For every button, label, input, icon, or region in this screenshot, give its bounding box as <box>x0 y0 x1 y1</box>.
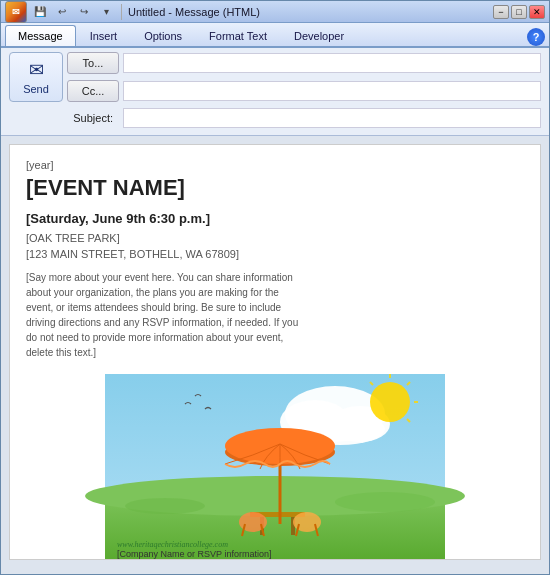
send-button[interactable]: ✉ Send <box>9 52 63 102</box>
tab-message[interactable]: Message <box>5 25 76 46</box>
separator <box>121 4 122 20</box>
title-bar: ✉ 💾 ↩ ↪ ▾ Untitled - Message (HTML) − □ … <box>1 1 549 23</box>
email-text-area: [year] [EVENT NAME] [Saturday, June 9th … <box>10 145 540 374</box>
ribbon-tabs: Message Insert Options Format Text Devel… <box>1 23 549 46</box>
beach-scene: www.heritaqechristiancollege.com [Compan… <box>10 374 540 559</box>
redo-quick-btn[interactable]: ↪ <box>75 3 93 21</box>
title-bar-left: ✉ 💾 ↩ ↪ ▾ Untitled - Message (HTML) <box>5 1 260 23</box>
subject-row: Subject: <box>67 108 541 128</box>
event-location: [OAK TREE PARK] <box>26 232 524 244</box>
office-logo[interactable]: ✉ <box>5 1 27 23</box>
more-quick-btn[interactable]: ▾ <box>97 3 115 21</box>
title-controls: − □ ✕ <box>493 5 545 19</box>
to-row: To... <box>67 52 541 74</box>
maximize-button[interactable]: □ <box>511 5 527 19</box>
svg-point-13 <box>125 498 205 514</box>
send-label: Send <box>23 83 49 95</box>
help-button[interactable]: ? <box>527 28 545 46</box>
tab-format-text[interactable]: Format Text <box>196 25 280 46</box>
tab-options[interactable]: Options <box>131 25 195 46</box>
email-body: [year] [EVENT NAME] [Saturday, June 9th … <box>9 144 541 560</box>
to-input[interactable] <box>123 53 541 73</box>
to-button[interactable]: To... <box>67 52 119 74</box>
svg-point-14 <box>335 492 435 512</box>
cc-row: Cc... <box>67 80 541 102</box>
app-window: ✉ 💾 ↩ ↪ ▾ Untitled - Message (HTML) − □ … <box>0 0 550 575</box>
svg-point-5 <box>370 382 410 422</box>
event-name: [EVENT NAME] <box>26 175 524 201</box>
send-icon: ✉ <box>29 59 44 81</box>
close-button[interactable]: ✕ <box>529 5 545 19</box>
cc-input[interactable] <box>123 81 541 101</box>
save-quick-btn[interactable]: 💾 <box>31 3 49 21</box>
tab-insert[interactable]: Insert <box>77 25 131 46</box>
window-title: Untitled - Message (HTML) <box>128 6 260 18</box>
svg-text:[Company Name or RSVP informat: [Company Name or RSVP information] <box>117 549 271 559</box>
email-content[interactable]: [year] [EVENT NAME] [Saturday, June 9th … <box>1 136 549 574</box>
beach-svg: www.heritaqechristiancollege.com [Compan… <box>10 374 540 559</box>
event-date: [Saturday, June 9th 6:30 p.m.] <box>26 211 524 226</box>
subject-label: Subject: <box>67 112 119 124</box>
minimize-button[interactable]: − <box>493 5 509 19</box>
form-area: ✉ Send To... Cc... Subject: <box>1 48 549 136</box>
year-text: [year] <box>26 159 524 171</box>
event-address: [123 MAIN STREET, BOTHELL, WA 67809] <box>26 248 524 260</box>
subject-input[interactable] <box>123 108 541 128</box>
ribbon: Message Insert Options Format Text Devel… <box>1 23 549 48</box>
svg-text:www.heritaqechristiancollege.c: www.heritaqechristiancollege.com <box>117 540 228 549</box>
form-fields: To... Cc... Subject: <box>67 52 541 131</box>
tab-developer[interactable]: Developer <box>281 25 357 46</box>
cc-button[interactable]: Cc... <box>67 80 119 102</box>
event-description: [Say more about your event here. You can… <box>26 270 306 360</box>
undo-quick-btn[interactable]: ↩ <box>53 3 71 21</box>
